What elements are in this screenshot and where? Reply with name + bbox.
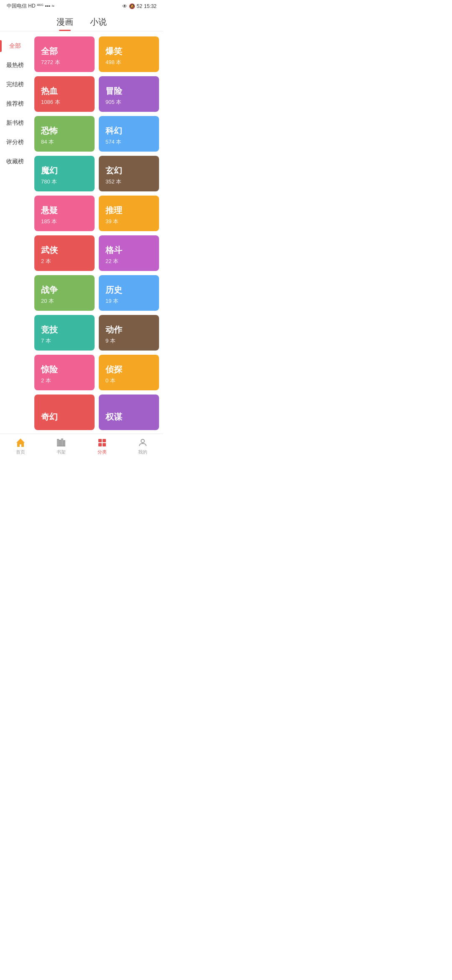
categories-icon [97, 437, 108, 448]
category-count: 20 本 [41, 297, 88, 305]
category-name: 科幻 [105, 125, 152, 137]
category-name: 战争 [41, 284, 88, 296]
category-card-5[interactable]: 科幻 574 本 [99, 116, 159, 152]
category-name: 惊险 [41, 364, 88, 375]
svg-rect-9 [103, 443, 106, 446]
bookshelf-icon [56, 437, 67, 448]
tab-manga[interactable]: 漫画 [56, 16, 73, 31]
sidebar-item-new[interactable]: 新书榜 [0, 113, 30, 133]
categories-grid: 全部 7272 本 爆笑 498 本 热血 1086 本 冒险 905 本 恐怖… [30, 33, 163, 433]
svg-rect-1 [57, 439, 59, 446]
category-count: 7272 本 [41, 59, 88, 66]
eye-icon: 👁 [122, 3, 127, 9]
svg-rect-6 [98, 439, 102, 442]
category-card-17[interactable]: 侦探 0 本 [99, 355, 159, 390]
category-card-13[interactable]: 历史 19 本 [99, 275, 159, 311]
svg-rect-2 [59, 440, 61, 446]
category-count: 2 本 [41, 377, 88, 384]
tab-novel[interactable]: 小说 [90, 16, 107, 31]
category-card-12[interactable]: 战争 20 本 [34, 275, 95, 311]
category-count: 1086 本 [41, 98, 88, 106]
category-name: 魔幻 [41, 165, 88, 176]
category-count: 39 本 [105, 218, 152, 225]
sidebar-item-favorites[interactable]: 收藏榜 [0, 152, 30, 171]
nav-bookshelf-label: 书架 [56, 449, 66, 455]
svg-rect-4 [64, 441, 65, 446]
category-card-19[interactable]: 权谋 [99, 395, 159, 430]
category-count: 22 本 [105, 258, 152, 265]
nav-categories-label: 分类 [98, 449, 107, 455]
nav-home[interactable]: 首页 [0, 437, 41, 455]
category-name: 竞技 [41, 324, 88, 335]
carrier-text: 中国电信 HD ⁴⁶ᴳ ▪▪▪ ≈ [7, 3, 54, 10]
category-card-11[interactable]: 格斗 22 本 [99, 235, 159, 271]
category-count: 2 本 [41, 258, 88, 265]
category-card-9[interactable]: 推理 39 本 [99, 196, 159, 231]
nav-categories[interactable]: 分类 [82, 437, 123, 455]
nav-home-label: 首页 [16, 449, 25, 455]
sidebar: 全部 最热榜 完结榜 推荐榜 新书榜 评分榜 收藏榜 [0, 33, 30, 433]
category-name: 武侠 [41, 245, 88, 256]
category-name: 爆笑 [105, 46, 152, 57]
battery-text: 52 [137, 3, 142, 9]
category-card-1[interactable]: 爆笑 498 本 [99, 36, 159, 72]
category-name: 推理 [105, 205, 152, 216]
category-count: 498 本 [105, 59, 152, 66]
category-card-8[interactable]: 悬疑 185 本 [34, 196, 95, 231]
svg-rect-7 [103, 439, 106, 442]
category-name: 玄幻 [105, 165, 152, 176]
category-card-4[interactable]: 恐怖 84 本 [34, 116, 95, 152]
sidebar-item-hot[interactable]: 最热榜 [0, 56, 30, 75]
category-card-6[interactable]: 魔幻 780 本 [34, 156, 95, 191]
category-count: 905 本 [105, 98, 152, 106]
nav-bookshelf[interactable]: 书架 [41, 437, 82, 455]
category-count: 19 本 [105, 297, 152, 305]
category-name: 权谋 [105, 411, 152, 423]
category-card-0[interactable]: 全部 7272 本 [34, 36, 95, 72]
category-card-15[interactable]: 动作 9 本 [99, 315, 159, 351]
status-bar: 中国电信 HD ⁴⁶ᴳ ▪▪▪ ≈ 👁 🔕 52 15:32 [0, 0, 163, 12]
category-count: 0 本 [105, 377, 152, 384]
category-name: 侦探 [105, 364, 152, 375]
category-count: 574 本 [105, 138, 152, 146]
profile-icon [137, 437, 148, 448]
bottom-nav: 首页 书架 分类 [0, 433, 163, 460]
category-count: 9 本 [105, 337, 152, 345]
category-card-10[interactable]: 武侠 2 本 [34, 235, 95, 271]
category-count: 185 本 [41, 218, 88, 225]
category-name: 格斗 [105, 245, 152, 256]
category-name: 热血 [41, 85, 88, 97]
category-card-7[interactable]: 玄幻 352 本 [99, 156, 159, 191]
sidebar-item-recommend[interactable]: 推荐榜 [0, 94, 30, 113]
category-card-2[interactable]: 热血 1086 本 [34, 76, 95, 112]
svg-point-10 [141, 439, 144, 443]
top-tabs: 漫画 小说 [0, 12, 163, 31]
sidebar-item-all[interactable]: 全部 [0, 36, 30, 56]
category-card-18[interactable]: 奇幻 [34, 395, 95, 430]
category-name: 悬疑 [41, 205, 88, 216]
main-content: 全部 最热榜 完结榜 推荐榜 新书榜 评分榜 收藏榜 全部 7272 本 爆笑 … [0, 33, 163, 433]
home-icon [15, 437, 26, 448]
nav-profile-label: 我的 [138, 449, 147, 455]
category-name: 动作 [105, 324, 152, 335]
svg-rect-8 [98, 443, 102, 446]
category-count: 352 本 [105, 178, 152, 186]
category-name: 奇幻 [41, 411, 88, 423]
status-right: 👁 🔕 52 15:32 [122, 3, 157, 9]
category-name: 全部 [41, 46, 88, 57]
sidebar-item-rating[interactable]: 评分榜 [0, 133, 30, 152]
category-card-14[interactable]: 竞技 7 本 [34, 315, 95, 351]
nav-profile[interactable]: 我的 [123, 437, 164, 455]
category-card-3[interactable]: 冒险 905 本 [99, 76, 159, 112]
category-name: 历史 [105, 284, 152, 296]
category-count: 84 本 [41, 138, 88, 146]
svg-rect-3 [62, 439, 63, 446]
time-text: 15:32 [144, 3, 157, 9]
svg-marker-0 [16, 438, 25, 447]
bell-icon: 🔕 [129, 3, 135, 9]
sidebar-item-complete[interactable]: 完结榜 [0, 75, 30, 94]
category-name: 恐怖 [41, 125, 88, 137]
category-count: 780 本 [41, 178, 88, 186]
category-name: 冒险 [105, 85, 152, 97]
category-card-16[interactable]: 惊险 2 本 [34, 355, 95, 390]
